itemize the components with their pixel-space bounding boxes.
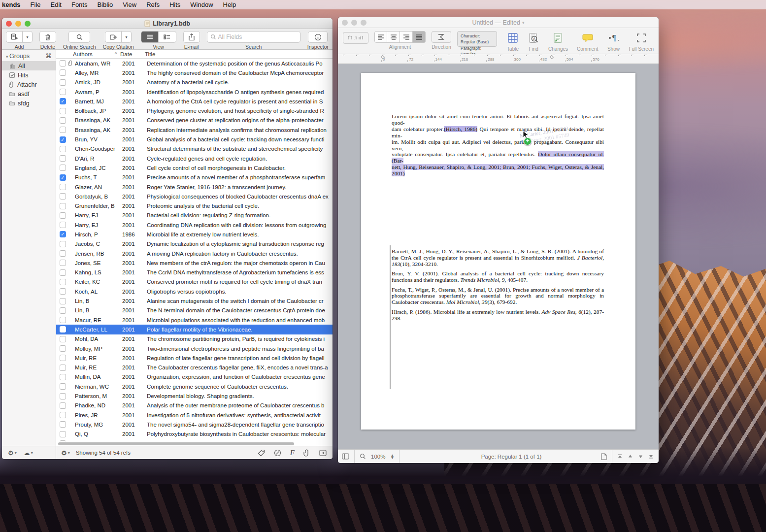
reference-checkbox[interactable] bbox=[60, 222, 66, 228]
changes-button[interactable]: Changes bbox=[548, 31, 568, 52]
reference-row[interactable]: Phadke, ND2001Analysis of the outer memb… bbox=[56, 401, 333, 410]
page-down-icon[interactable] bbox=[638, 454, 643, 459]
authors-column-header[interactable]: Authors ^ bbox=[56, 51, 120, 57]
delete-button[interactable] bbox=[39, 31, 56, 43]
reference-row[interactable]: Brassinga, AK2001Conserved gene cluster … bbox=[56, 116, 333, 125]
reference-row[interactable]: Alley, MR2001The highly conserved domain… bbox=[56, 68, 333, 77]
menu-file[interactable]: File bbox=[26, 1, 46, 8]
sidebar-item-asdf[interactable]: asdf bbox=[2, 89, 56, 99]
reference-row[interactable]: Jones, SE2001New members of the ctrA reg… bbox=[56, 258, 333, 267]
sidebar-item-sfdg[interactable]: sfdg bbox=[2, 99, 56, 108]
menu-fonts[interactable]: Fonts bbox=[67, 1, 93, 8]
go-last-page-icon[interactable] bbox=[648, 454, 654, 459]
reference-checkbox[interactable] bbox=[60, 69, 66, 76]
ruler[interactable]: 072144216288360432504576 bbox=[338, 54, 659, 64]
menu-hits[interactable]: Hits bbox=[165, 1, 185, 8]
reference-checkbox[interactable] bbox=[60, 336, 66, 342]
reference-row[interactable]: Koch, AL2001Oligotrophs versus copiotrop… bbox=[56, 287, 333, 296]
reference-checkbox[interactable] bbox=[60, 355, 66, 361]
go-first-page-icon[interactable] bbox=[617, 454, 623, 459]
reference-row[interactable]: McCarter, LL2001Polar flagellar motility… bbox=[56, 325, 333, 334]
reference-row[interactable]: Jensen, RB2001A moving DNA replication f… bbox=[56, 249, 333, 258]
menu-help[interactable]: Help bbox=[218, 1, 241, 8]
menu-biblio[interactable]: Biblio bbox=[92, 1, 118, 8]
reference-checkbox[interactable] bbox=[60, 60, 66, 66]
list-action-menu[interactable]: ⚙▾ bbox=[61, 449, 70, 457]
reference-row[interactable]: Macur, RE2001Microbial populations assoc… bbox=[56, 315, 333, 325]
align-center-button[interactable] bbox=[387, 31, 400, 43]
reference-checkbox[interactable] bbox=[60, 374, 66, 380]
library-titlebar[interactable]: Library1.bdb bbox=[2, 18, 333, 29]
reference-checkbox[interactable] bbox=[60, 393, 66, 399]
reference-row[interactable]: Kahng, LS2001The CcrM DNA methyltransfer… bbox=[56, 268, 333, 277]
reference-checkbox[interactable] bbox=[60, 250, 66, 257]
document-paragraph[interactable]: Lorem ipsum dolor sit amet cum tenetur a… bbox=[392, 113, 604, 177]
minimize-button[interactable] bbox=[351, 20, 357, 26]
zoom-stepper[interactable]: ▲▼ bbox=[390, 454, 394, 459]
menu-refs[interactable]: Refs bbox=[141, 1, 165, 8]
reference-checkbox[interactable] bbox=[60, 279, 66, 285]
align-justify-button[interactable] bbox=[413, 31, 426, 43]
reference-checkbox[interactable] bbox=[60, 127, 66, 133]
reference-checkbox[interactable] bbox=[60, 89, 66, 95]
cloud-sync-menu[interactable]: ☁▾ bbox=[24, 449, 33, 457]
reference-row[interactable]: Nierman, WC2001Complete genome sequence … bbox=[56, 382, 333, 391]
reference-checkbox[interactable] bbox=[60, 146, 66, 152]
menu-view[interactable]: View bbox=[118, 1, 141, 8]
reference-checkbox[interactable] bbox=[60, 402, 66, 409]
online-search-button[interactable] bbox=[68, 31, 90, 43]
direction-button[interactable] bbox=[432, 31, 451, 43]
page-view-icon[interactable] bbox=[601, 453, 607, 460]
scrollbar-thumb[interactable] bbox=[58, 442, 294, 445]
reference-row[interactable]: Lin, B2001Alanine scan mutagenesis of th… bbox=[56, 296, 333, 305]
title-column-header[interactable]: Title bbox=[145, 51, 333, 57]
reference-row[interactable]: Chen-Goodsper2001Structural determinants… bbox=[56, 144, 333, 154]
writer-titlebar[interactable]: Untitled — Edited ▾ bbox=[338, 17, 659, 28]
document-page[interactable]: Lorem ipsum dolor sit amet cum tenetur a… bbox=[361, 73, 635, 430]
reference-checkbox[interactable] bbox=[60, 260, 66, 266]
reference-row[interactable]: Glazer, AN2001Roger Yate Stanier, 1916-1… bbox=[56, 182, 333, 192]
align-left-button[interactable] bbox=[374, 31, 387, 43]
horizontal-scrollbar[interactable] bbox=[57, 441, 332, 446]
edit-icon[interactable] bbox=[274, 449, 281, 457]
reference-row[interactable]: Patterson, M2001Developmental biology. S… bbox=[56, 391, 333, 400]
reference-row[interactable]: Lin, B2001The N-terminal domain of the C… bbox=[56, 306, 333, 315]
reference-checkbox[interactable]: ✓ bbox=[60, 231, 66, 237]
menu-window[interactable]: Window bbox=[185, 1, 218, 8]
reference-checkbox[interactable]: ✓ bbox=[60, 136, 66, 143]
reference-checkbox[interactable]: ✓ bbox=[60, 174, 66, 181]
reference-row[interactable]: Keiler, KC2001Conserved promoter motif i… bbox=[56, 277, 333, 287]
search-field[interactable] bbox=[207, 31, 300, 43]
reference-row[interactable]: D'Ari, R2001Cycle-regulated genes and ce… bbox=[56, 154, 333, 163]
reference-checkbox[interactable] bbox=[60, 155, 66, 162]
minimize-button[interactable] bbox=[15, 21, 21, 27]
close-button[interactable] bbox=[342, 20, 348, 26]
toggle-pane-icon[interactable] bbox=[319, 450, 327, 456]
list-styles-button[interactable] bbox=[343, 32, 368, 44]
find-button[interactable]: AFind bbox=[528, 31, 539, 52]
reference-row[interactable]: England, JC2001Cell cycle control of cel… bbox=[56, 163, 333, 172]
list-view-button[interactable] bbox=[141, 31, 159, 43]
app-menu[interactable]: kends bbox=[0, 1, 26, 8]
zoom-button[interactable] bbox=[361, 20, 366, 26]
reference-checkbox[interactable] bbox=[60, 326, 66, 332]
format-icon[interactable]: F bbox=[290, 449, 295, 457]
reference-checkbox[interactable] bbox=[60, 117, 66, 124]
reference-row[interactable]: Molloy, MP2001Two-dimensional electropho… bbox=[56, 344, 333, 353]
reference-row[interactable]: Brassinga, AK2001Replication intermediat… bbox=[56, 125, 333, 134]
reference-checkbox[interactable] bbox=[60, 383, 66, 390]
sidebar-item-hits[interactable]: Hits bbox=[2, 70, 56, 80]
table-button[interactable]: Table bbox=[507, 31, 519, 52]
reference-checkbox[interactable] bbox=[60, 317, 66, 323]
tag-icon[interactable] bbox=[258, 449, 265, 457]
show-button[interactable]: ¶Show bbox=[607, 31, 620, 52]
zoom-button[interactable] bbox=[25, 21, 31, 27]
bibliography[interactable]: Barnett, M. J., Hung, D. Y., Reisenauer,… bbox=[392, 248, 604, 325]
close-button[interactable] bbox=[6, 21, 12, 27]
reference-checkbox[interactable] bbox=[60, 184, 66, 190]
reference-checkbox[interactable] bbox=[60, 345, 66, 352]
page-indicator[interactable]: Page: Regular 1 (1 of 1) bbox=[422, 454, 601, 460]
sidebar-toggle-icon[interactable] bbox=[342, 453, 349, 460]
reference-row[interactable]: Abraham, WR2001Determination of the syst… bbox=[56, 59, 333, 68]
align-right-button[interactable] bbox=[400, 31, 413, 43]
